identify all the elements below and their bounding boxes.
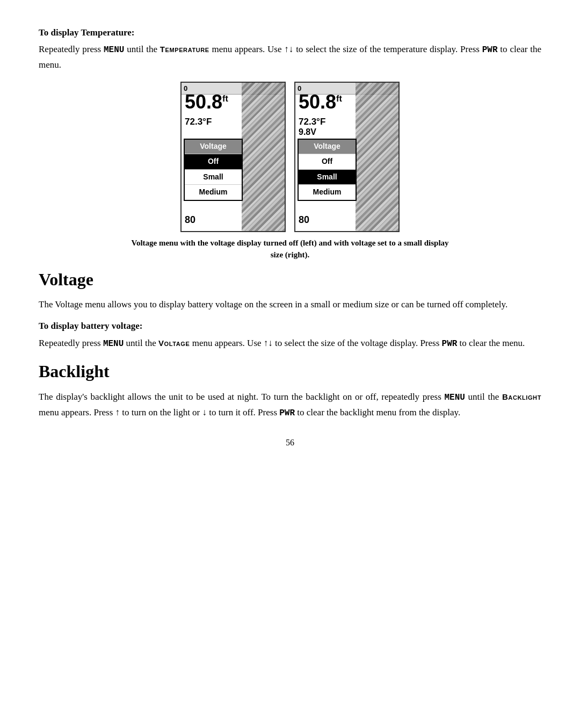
- backlight-paragraph: The display's backlight allows the unit …: [39, 390, 541, 420]
- voltage-intro: The Voltage menu allows you to display b…: [39, 297, 541, 312]
- sonar-bg-right: [356, 83, 398, 231]
- bottom-label-left: 80: [185, 213, 195, 228]
- pwr-keyword-1: PWR: [482, 45, 498, 55]
- page-number: 56: [39, 436, 541, 450]
- menu-keyword-1: MENU: [104, 45, 124, 55]
- depth-unit-left: ft: [222, 94, 228, 103]
- menu-box-right: Voltage Off Small Medium: [298, 139, 357, 201]
- menu-item-medium-left: Medium: [185, 184, 242, 200]
- temperature-section: To display Temperature: Repeatedly press…: [39, 26, 541, 261]
- battery-voltage-subheading: To display battery voltage:: [39, 319, 541, 333]
- screen-right: 0 50.8ft 72.3°F 9.8V Voltage Off Small M…: [294, 82, 400, 232]
- menu-header-right: Voltage: [299, 140, 356, 154]
- menu-box-left: Voltage Off Small Medium: [184, 139, 243, 201]
- menu-item-small-right: Small: [299, 169, 356, 185]
- voltage-menu-name: Voltage: [158, 338, 190, 348]
- pwr-keyword-3: PWR: [279, 408, 295, 418]
- depth-left: 50.8ft: [185, 92, 228, 112]
- temperature-heading-text: To display Temperature:: [39, 27, 135, 38]
- depth-right: 50.8ft: [299, 92, 342, 112]
- backlight-section: Backlight The display's backlight allows…: [39, 358, 541, 420]
- menu-item-off-left: Off: [185, 154, 242, 169]
- menu-item-small-left: Small: [185, 169, 242, 185]
- menu-item-off-right: Off: [299, 154, 356, 169]
- menu-keyword-3: MENU: [444, 393, 465, 402]
- backlight-title: Backlight: [39, 358, 541, 385]
- pwr-keyword-2: PWR: [442, 339, 458, 349]
- temperature-subheading: To display Temperature:: [39, 26, 541, 40]
- voltage-title: Voltage: [39, 266, 541, 293]
- battery-heading-text: To display battery voltage:: [39, 321, 142, 331]
- menu-keyword-2: MENU: [103, 339, 124, 349]
- temperature-paragraph: Repeatedly press MENU until the Temperat…: [39, 42, 541, 72]
- images-row: 0 50.8ft 72.3°F Voltage Off Small Medium…: [180, 82, 400, 232]
- bottom-label-right: 80: [299, 213, 309, 228]
- screen-left: 0 50.8ft 72.3°F Voltage Off Small Medium…: [180, 82, 286, 232]
- menu-header-left: Voltage: [185, 140, 242, 154]
- backlight-menu-name: Backlight: [502, 392, 541, 401]
- image-caption: Voltage menu with the voltage display tu…: [129, 237, 451, 261]
- sonar-bg-left: [242, 83, 285, 231]
- depth-unit-right: ft: [336, 94, 342, 103]
- temp-left: 72.3°F: [185, 115, 212, 129]
- voltage-section: Voltage The Voltage menu allows you to d…: [39, 266, 541, 351]
- temperature-menu-name: Temperature: [160, 45, 209, 54]
- screenshots-block: 0 50.8ft 72.3°F Voltage Off Small Medium…: [39, 82, 541, 261]
- voltage-reading-right: 9.8V: [299, 126, 316, 139]
- menu-item-medium-right: Medium: [299, 184, 356, 200]
- voltage-paragraph: Repeatedly press MENU until the Voltage …: [39, 336, 541, 351]
